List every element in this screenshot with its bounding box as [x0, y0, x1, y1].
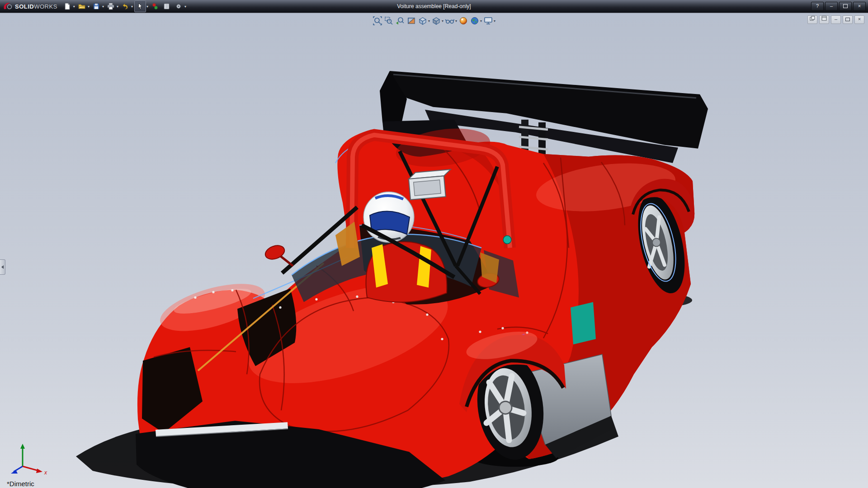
- options-dropdown-icon[interactable]: ▾: [184, 5, 186, 9]
- view-orientation-dropdown-icon[interactable]: ▾: [428, 19, 430, 23]
- undo-icon[interactable]: [120, 1, 131, 12]
- save-icon[interactable]: [91, 1, 102, 12]
- open-document-icon[interactable]: [76, 1, 87, 12]
- window-controls: ? – ×: [811, 2, 866, 11]
- apply-scene-icon[interactable]: [469, 15, 480, 26]
- save-dropdown-icon[interactable]: ▾: [102, 5, 104, 9]
- main-toolbar: ▾ ▾ ▾ ▾ ▾ ▾ ▾: [62, 0, 187, 12]
- window-b-icon[interactable]: [819, 15, 829, 24]
- open-document-dropdown-icon[interactable]: ▾: [88, 5, 90, 9]
- featuremanager-collapse-tab[interactable]: [0, 259, 5, 275]
- view-orientation-icon[interactable]: [417, 15, 428, 26]
- previous-view-icon[interactable]: [395, 15, 406, 26]
- color-toggle-icon[interactable]: [150, 1, 160, 12]
- orientation-label: *Dimetric: [7, 480, 34, 488]
- display-style-dropdown-icon[interactable]: ▾: [442, 19, 443, 23]
- hide-show-dropdown-icon[interactable]: ▾: [455, 19, 457, 23]
- window-title: Voiture assemblee [Read-only]: [397, 3, 471, 9]
- zoom-to-area-icon[interactable]: [383, 15, 394, 26]
- solidworks-logo: SOLIDWORKS: [0, 2, 62, 11]
- ds-logo-icon: [3, 2, 13, 11]
- help-button[interactable]: ?: [811, 2, 824, 11]
- graphics-area[interactable]: ▾ ▾ ▾: [0, 13, 868, 488]
- document-window-controls: – ×: [807, 15, 864, 24]
- select-cursor-icon[interactable]: [134, 0, 146, 12]
- heads-up-view-toolbar: ▾ ▾ ▾: [372, 15, 496, 26]
- select-dropdown-icon[interactable]: ▾: [146, 5, 148, 9]
- apply-scene-dropdown-icon[interactable]: ▾: [480, 19, 482, 23]
- print-icon[interactable]: [105, 1, 116, 12]
- reference-triad: x: [7, 441, 51, 476]
- options-icon[interactable]: [173, 1, 184, 12]
- minimize-document-button[interactable]: –: [831, 15, 841, 24]
- new-document-icon[interactable]: [62, 1, 73, 12]
- titlebar: SOLIDWORKS ▾ ▾ ▾ ▾ ▾ ▾: [0, 0, 868, 13]
- minimize-button[interactable]: –: [825, 2, 838, 11]
- display-style-icon[interactable]: [431, 15, 442, 26]
- view-settings-dropdown-icon[interactable]: ▾: [494, 19, 495, 23]
- zoom-to-fit-icon[interactable]: [372, 15, 383, 26]
- design-binder-icon[interactable]: [161, 1, 172, 12]
- close-button[interactable]: ×: [853, 2, 866, 11]
- brand-text: SOLIDWORKS: [15, 3, 57, 10]
- close-document-button[interactable]: ×: [854, 15, 864, 24]
- edit-appearance-icon[interactable]: [458, 15, 469, 26]
- print-dropdown-icon[interactable]: ▾: [117, 5, 118, 9]
- window-a-icon[interactable]: [807, 15, 817, 24]
- undo-dropdown-icon[interactable]: ▾: [131, 5, 133, 9]
- section-view-icon[interactable]: [406, 15, 417, 26]
- model-scene[interactable]: [0, 13, 868, 488]
- restore-document-button[interactable]: [843, 15, 853, 24]
- maximize-button[interactable]: [839, 2, 852, 11]
- new-document-dropdown-icon[interactable]: ▾: [73, 5, 75, 9]
- triad-x-label: x: [44, 469, 47, 476]
- view-settings-icon[interactable]: [483, 15, 494, 26]
- hide-show-items-icon[interactable]: [444, 15, 455, 26]
